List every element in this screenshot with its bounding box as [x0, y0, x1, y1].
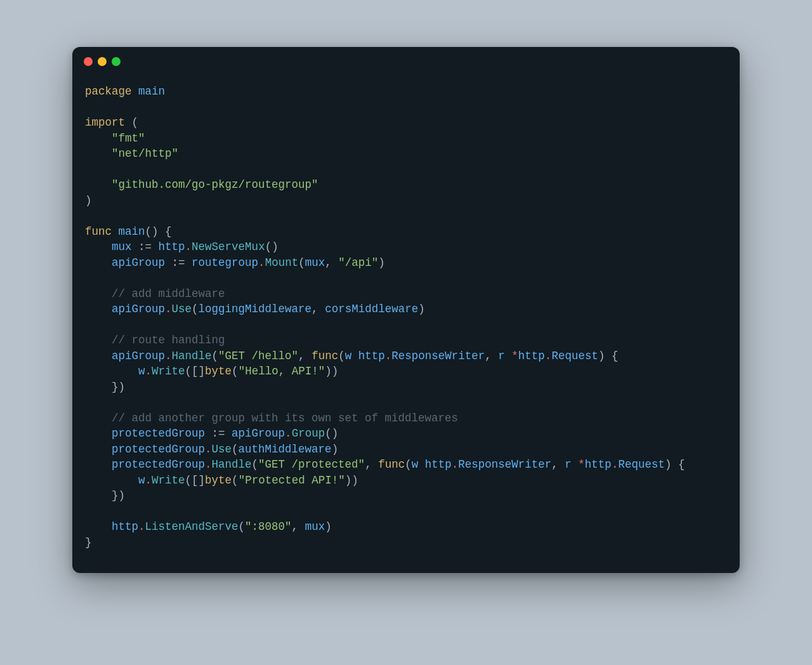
paren-close: ) — [351, 474, 358, 487]
paren-open: ( — [185, 474, 192, 487]
keyword-byte: byte — [205, 365, 232, 378]
close-icon[interactable] — [84, 57, 93, 66]
assign: := — [172, 256, 185, 269]
paren-open: ( — [298, 256, 305, 269]
line-19: w.Write([]byte("Hello, API!")) — [138, 365, 338, 378]
bracket-slice: [] — [192, 474, 205, 487]
ident-mux: mux — [305, 256, 325, 269]
fn-newservemux: NewServeMux — [192, 240, 265, 253]
fn-listenandserve: ListenAndServe — [145, 520, 239, 533]
ident-w: w — [138, 474, 145, 487]
comma: , — [292, 520, 299, 533]
paren-open: ( — [192, 303, 199, 315]
dot-op: . — [452, 458, 459, 471]
ident-auth: authMiddleware — [239, 443, 332, 456]
ident-routegroup: routegroup — [192, 256, 258, 269]
dot-op: . — [612, 458, 619, 471]
brace-close: } — [112, 489, 119, 502]
dot-op: . — [205, 458, 212, 471]
ident-apigroup: apiGroup — [112, 256, 165, 269]
line-24: protectedGroup.Use(authMiddleware) — [112, 443, 338, 456]
ident-http: http — [585, 458, 612, 471]
assign: := — [212, 427, 225, 440]
paren-open: ( — [132, 116, 139, 129]
ident-protectedgroup: protectedGroup — [112, 427, 205, 440]
line-26: w.Write([]byte("Protected API!")) — [138, 474, 358, 487]
minimize-icon[interactable] — [98, 57, 107, 66]
dot-op: . — [185, 240, 192, 253]
paren-open: ( — [405, 458, 412, 471]
ident-apigroup: apiGroup — [232, 427, 285, 440]
dot-op: . — [385, 350, 392, 362]
ident-r: r — [565, 458, 572, 471]
dot-op: . — [138, 520, 145, 533]
ident-apigroup: apiGroup — [112, 303, 165, 315]
comma: , — [365, 458, 372, 471]
maximize-icon[interactable] — [112, 57, 121, 66]
bracket-slice: [] — [192, 365, 205, 378]
ident-http: http — [112, 520, 138, 533]
ident-request: Request — [618, 458, 665, 471]
line-27: }) — [112, 489, 125, 502]
paren-call: () — [265, 240, 278, 253]
keyword-package: package — [85, 85, 132, 98]
dot-op: . — [545, 350, 552, 362]
dot-op: . — [145, 365, 152, 378]
brace-open: { — [165, 225, 172, 238]
paren-close: ) — [418, 303, 425, 315]
ident-http: http — [358, 350, 385, 362]
paren-close: ) — [332, 443, 339, 456]
ident-w: w — [412, 458, 419, 471]
ident-responsewriter: ResponseWriter — [391, 350, 485, 362]
line-11: mux := http.NewServeMux() — [112, 240, 278, 253]
comma: , — [485, 350, 492, 362]
string-routegroup: "github.com/go-pkgz/routegroup" — [112, 178, 318, 191]
star-op: * — [578, 458, 585, 471]
line-23: protectedGroup := apiGroup.Group() — [112, 427, 338, 440]
string-api: "/api" — [338, 256, 378, 269]
dot-op: . — [205, 443, 212, 456]
string-route: "GET /protected" — [258, 458, 365, 471]
code-block: package main import ( "fmt" "net/http" "… — [72, 66, 740, 573]
paren-open: ( — [252, 458, 259, 471]
fn-group: Group — [292, 427, 325, 440]
ident-http: http — [518, 350, 545, 362]
fn-write: Write — [152, 365, 185, 378]
ident-apigroup: apiGroup — [112, 350, 165, 362]
keyword-func: func — [311, 350, 338, 362]
assign: := — [138, 240, 152, 253]
comma: , — [551, 458, 558, 471]
ident-protectedgroup: protectedGroup — [112, 458, 205, 471]
ident-protectedgroup: protectedGroup — [112, 443, 205, 456]
dot-op: . — [285, 427, 292, 440]
ident-mux: mux — [305, 520, 325, 533]
paren-close: ) — [325, 520, 332, 533]
ident-http: http — [425, 458, 452, 471]
line-18: apiGroup.Handle("GET /hello", func(w htt… — [112, 350, 618, 362]
keyword-func: func — [378, 458, 405, 471]
ident-responsewriter: ResponseWriter — [458, 458, 551, 471]
string-port: ":8080" — [245, 520, 292, 533]
paren-close: ) — [325, 365, 332, 378]
fn-use: Use — [172, 303, 192, 315]
line-29: http.ListenAndServe(":8080", mux) — [112, 520, 332, 533]
brace-close: } — [112, 381, 119, 393]
paren-close: ) — [332, 365, 339, 378]
paren-open: ( — [212, 350, 219, 362]
ident-w: w — [345, 350, 352, 362]
dot-op: . — [145, 474, 152, 487]
line-20: }) — [112, 381, 125, 393]
line-15: apiGroup.Use(loggingMiddleware, corsMidd… — [112, 303, 425, 315]
line-10: func main() { — [85, 225, 172, 238]
dot-op: . — [165, 350, 172, 362]
ident-request: Request — [551, 350, 598, 362]
paren-open: ( — [232, 474, 239, 487]
brace-open: { — [612, 350, 619, 362]
string-nethttp: "net/http" — [112, 147, 178, 160]
line-25: protectedGroup.Handle("GET /protected", … — [112, 458, 684, 471]
line-12: apiGroup := routegroup.Mount(mux, "/api"… — [112, 256, 385, 269]
keyword-func: func — [85, 225, 112, 238]
keyword-import: import — [85, 116, 125, 129]
paren-open: ( — [232, 443, 239, 456]
ident-main: main — [138, 85, 165, 98]
